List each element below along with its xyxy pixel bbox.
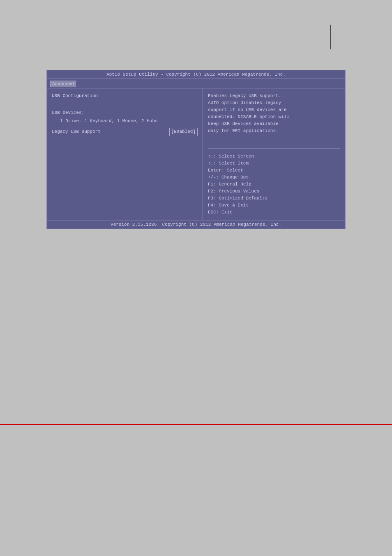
help-line-2: support if no USB devices are [208,107,286,112]
help-line-4: keep USB devices available [208,121,279,126]
legacy-usb-row[interactable]: Legacy USB Support [Enabled] [52,128,198,136]
footer-text: Version 2.15.1236. Copyright (C) 2012 Am… [111,222,281,227]
shortcut-7: F4: Save & Exit [208,202,340,209]
shortcut-1: ↑↓: Select Item [208,160,340,167]
help-line-3: connected. DISABLE option will [208,114,289,119]
shortcut-5: F2: Previous Values [208,188,340,195]
shortcuts-list: ↑↓: Select Screen ↑↓: Select Item Enter:… [208,153,340,216]
menu-tab-advanced[interactable]: Advanced [50,81,76,87]
legacy-usb-label: Legacy USB Support [52,128,101,136]
bios-right-pane: Enables Legacy USB support. AUTO option … [203,88,345,220]
vertical-line [330,25,331,49]
shortcut-3: +/-: Change Opt. [208,174,340,181]
bios-left-pane: USB Configuration USB Devices: 1 Drive, … [47,88,203,220]
bios-title-bar: Aptio Setup Utility - Copyright (C) 2012… [47,70,345,79]
help-text: Enables Legacy USB support. AUTO option … [208,93,340,134]
shortcut-6: F3: Optimized Defaults [208,195,340,202]
help-line-5: only for EFI applications. [208,128,279,133]
shortcut-8: ESC: Exit [208,209,340,216]
devices-label: USB Devices: [52,109,198,117]
legacy-usb-value: [Enabled] [169,128,198,136]
bios-title: Aptio Setup Utility - Copyright (C) 2012… [106,72,286,77]
devices-value: 1 Drive, 1 Keyboard, 1 Mouse, 2 Hubs [60,118,198,125]
section-title: USB Configuration [52,93,198,100]
shortcut-0: ↑↓: Select Screen [208,153,340,160]
shortcut-2: Enter: Select [208,167,340,174]
help-line-1: AUTO option disables legacy [208,100,281,105]
shortcut-4: F1: General Help [208,181,340,188]
red-line [0,424,392,425]
bios-footer: Version 2.15.1236. Copyright (C) 2012 Am… [47,220,345,229]
help-line-0: Enables Legacy USB support. [208,93,281,98]
help-divider [208,148,340,149]
bios-content-area: USB Configuration USB Devices: 1 Drive, … [47,88,345,220]
bios-window: Aptio Setup Utility - Copyright (C) 2012… [46,70,346,229]
bios-menu-bar: Advanced [47,79,345,88]
